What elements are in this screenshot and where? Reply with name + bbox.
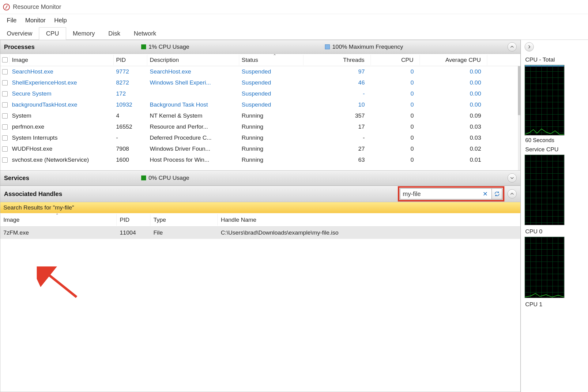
row-checkbox[interactable] [0, 145, 9, 153]
cell-desc: Windows Shell Experi... [147, 78, 239, 87]
search-clear-icon[interactable]: ✕ [481, 190, 489, 198]
cell-desc [147, 92, 239, 95]
process-row[interactable]: Secure System172Suspended-00.00 [0, 88, 520, 99]
cell-cpu: 0 [371, 111, 420, 120]
menu-help[interactable]: Help [50, 16, 71, 25]
hcol-pid[interactable]: PID [117, 214, 150, 226]
search-results-label: Search Results for "my-file" [3, 204, 74, 211]
processes-title: Processes [4, 43, 35, 51]
col-description[interactable]: Description [147, 55, 239, 65]
process-row[interactable]: System4NT Kernel & SystemRunning35700.09 [0, 110, 520, 121]
cpu-usage-label: 1% CPU Usage [149, 43, 189, 50]
tab-bar: Overview CPU Memory Disk Network [0, 26, 588, 40]
hcol-handlename[interactable]: Handle Name [218, 214, 520, 226]
cell-avgcpu: 0.00 [420, 78, 487, 87]
chevron-up-icon [510, 44, 514, 49]
row-checkbox[interactable] [0, 101, 9, 109]
sort-up-icon: ⌃ [55, 213, 59, 217]
graph-label-cpu1: CPU 1 [525, 299, 588, 310]
search-refresh-button[interactable] [492, 188, 502, 199]
row-checkbox[interactable] [0, 90, 9, 98]
chevron-down-icon [510, 175, 514, 180]
tab-network[interactable]: Network [127, 28, 163, 40]
cell-pid: 172 [114, 89, 147, 98]
max-freq-label: 100% Maximum Frequency [332, 43, 403, 50]
tab-memory[interactable]: Memory [66, 28, 102, 40]
processes-header[interactable]: Processes 1% CPU Usage 100% Maximum Freq… [0, 40, 521, 54]
col-cpu[interactable]: CPU [371, 55, 420, 65]
services-header[interactable]: Services 0% CPU Usage [0, 170, 521, 186]
graph-label-cpu-total: CPU - Total [525, 55, 588, 65]
processes-columns: Image PID Description Status Threads CPU… [0, 54, 520, 66]
col-status[interactable]: Status [239, 55, 303, 65]
cpu-usage-swatch [141, 44, 146, 49]
window-title: Resource Monitor [13, 3, 61, 10]
process-row[interactable]: System Interrupts-Deferred Procedure C..… [0, 132, 520, 143]
processes-scrollbar[interactable] [518, 66, 520, 170]
cell-cpu: 0 [371, 144, 420, 153]
process-row[interactable]: perfmon.exe16552Resource and Perfor...Ru… [0, 121, 520, 132]
cell-image: perfmon.exe [9, 122, 114, 131]
process-row[interactable]: svchost.exe (NetworkService)1600Host Pro… [0, 154, 520, 165]
menu-monitor[interactable]: Monitor [21, 16, 50, 25]
handles-columns: Image⌃ PID Type Handle Name [0, 213, 520, 227]
cell-cpu: 0 [371, 67, 420, 76]
sort-indicator-icon: ⌃ [273, 54, 277, 58]
handles-collapse-button[interactable] [507, 189, 517, 198]
col-avgcpu[interactable]: Average CPU [420, 55, 487, 65]
cell-threads: 63 [303, 155, 371, 164]
cell-status: Suspended [239, 100, 303, 109]
handles-header[interactable]: Associated Handles ✕ [0, 186, 521, 202]
graph-label-service-cpu: Service CPU [525, 144, 588, 155]
cell-image: System Interrupts [9, 133, 114, 142]
cell-cpu: 0 [371, 100, 420, 109]
cell-avgcpu: 0.00 [420, 89, 487, 98]
handles-search-input[interactable] [403, 190, 481, 198]
max-freq-swatch [325, 44, 330, 49]
row-checkbox[interactable] [0, 134, 9, 142]
processes-collapse-button[interactable] [507, 42, 517, 51]
hcol-type[interactable]: Type [150, 214, 218, 226]
col-threads[interactable]: Threads [303, 55, 371, 65]
graph-xlabel-60s: 60 Seconds [525, 137, 588, 144]
hcell-name: C:\Users\brad\Downloads\example\my-file.… [218, 228, 520, 238]
process-row[interactable]: backgroundTaskHost.exe10932Background Ta… [0, 99, 520, 110]
process-row[interactable]: ShellExperienceHost.exe8272Windows Shell… [0, 77, 520, 88]
handles-title: Associated Handles [4, 190, 62, 198]
col-image[interactable]: Image [9, 55, 114, 65]
row-checkbox[interactable] [0, 68, 9, 76]
row-checkbox[interactable] [0, 79, 9, 87]
graphs-collapse-button[interactable] [525, 42, 534, 51]
process-row[interactable]: SearchHost.exe9772SearchHost.exeSuspende… [0, 66, 520, 77]
services-expand-button[interactable] [507, 173, 517, 183]
cell-avgcpu: 0.01 [420, 155, 487, 164]
tab-cpu[interactable]: CPU [39, 27, 66, 40]
col-checkbox[interactable] [0, 55, 9, 64]
tab-disk[interactable]: Disk [102, 28, 127, 40]
cell-image: backgroundTaskHost.exe [9, 100, 114, 109]
row-checkbox[interactable] [0, 112, 9, 120]
chevron-up-icon [510, 191, 514, 196]
cell-status: Suspended [239, 89, 303, 98]
cell-image: svchost.exe (NetworkService) [9, 155, 114, 164]
cell-status: Running [239, 155, 303, 164]
col-pid[interactable]: PID [114, 55, 147, 65]
process-row[interactable]: WUDFHost.exe7908Windows Driver Foun...Ru… [0, 143, 520, 154]
cell-status: Suspended [239, 78, 303, 87]
cell-image: ShellExperienceHost.exe [9, 78, 114, 87]
cell-threads: 17 [303, 122, 371, 131]
cell-status: Suspended [239, 67, 303, 76]
hcol-image[interactable]: Image⌃ [0, 214, 117, 226]
refresh-icon [494, 191, 500, 197]
handles-search-box[interactable]: ✕ [400, 188, 492, 199]
menu-file[interactable]: File [2, 16, 21, 25]
graph-service-cpu [525, 155, 564, 225]
row-checkbox[interactable] [0, 123, 9, 131]
tab-overview[interactable]: Overview [0, 28, 39, 40]
title-bar: Resource Monitor [0, 0, 588, 14]
row-checkbox[interactable] [0, 156, 9, 164]
handle-row[interactable]: 7zFM.exe11004FileC:\Users\brad\Downloads… [0, 227, 520, 239]
cell-threads: 10 [303, 100, 371, 109]
cell-avgcpu: 0.09 [420, 111, 487, 120]
cell-image: SearchHost.exe [9, 67, 114, 76]
